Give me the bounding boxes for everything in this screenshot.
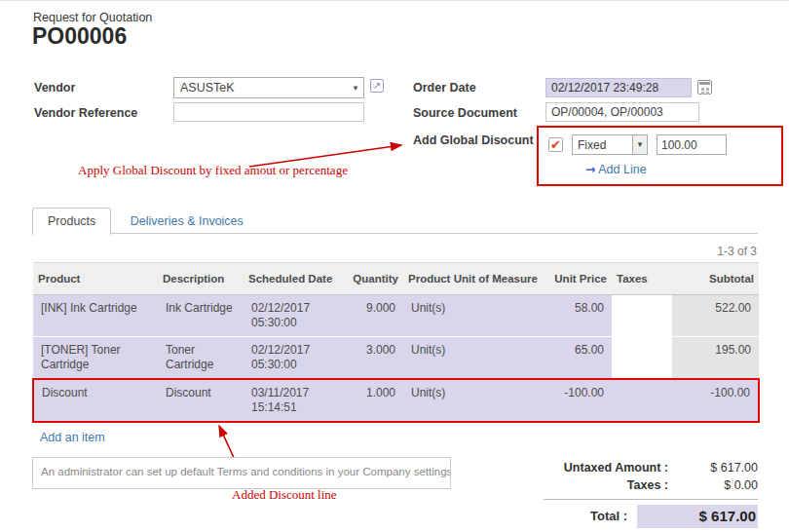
- table-row-discount[interactable]: Discount Discount 03/11/2017 15:14:51 1.…: [33, 379, 759, 422]
- external-link-icon[interactable]: ↗: [370, 79, 384, 93]
- col-header-scheduled-date[interactable]: Scheduled Date: [244, 263, 339, 295]
- cell-scheduled-date[interactable]: 03/11/2017 15:14:51: [244, 379, 339, 422]
- discount-amount-input[interactable]: [657, 134, 727, 155]
- cell-description[interactable]: Toner Cartridge: [158, 337, 244, 380]
- terms-notes-area[interactable]: An administrator can set up default Term…: [32, 457, 451, 489]
- add-line-link[interactable]: Add Line: [598, 163, 646, 176]
- vendor-select[interactable]: ASUSTeK ▾: [173, 77, 364, 98]
- order-date-input[interactable]: 02/12/2017 23:49:28: [545, 78, 692, 97]
- cell-product[interactable]: Discount: [33, 379, 158, 422]
- cell-uom[interactable]: Unit(s): [403, 379, 545, 422]
- cell-scheduled-date[interactable]: 02/12/2017 05:30:00: [244, 337, 339, 380]
- discount-type-value: Fixed: [573, 138, 632, 152]
- col-header-uom[interactable]: Product Unit of Measure: [403, 263, 545, 295]
- add-an-item-link[interactable]: Add an item: [40, 431, 105, 444]
- list-pager: 1-3 of 3: [717, 245, 757, 258]
- annotation-discount-line: Added Discount line: [232, 487, 337, 503]
- cell-description[interactable]: Discount: [158, 379, 244, 422]
- chevron-down-icon[interactable]: ▾: [632, 135, 647, 154]
- table-header-row: Product Description Scheduled Date Quant…: [33, 263, 759, 295]
- notebook-tabs: Products Deliveries & Invoices: [32, 207, 758, 234]
- cell-uom[interactable]: Unit(s): [403, 295, 545, 337]
- tab-products[interactable]: Products: [32, 208, 111, 236]
- cell-unit-price[interactable]: 65.00: [545, 337, 612, 380]
- total-label: Total :: [544, 508, 637, 525]
- table-row[interactable]: [TONER] Toner Cartridge Toner Cartridge …: [33, 337, 759, 380]
- global-discount-callout-box: ✔ Fixed ▾ → Add Line: [537, 126, 783, 186]
- cell-description[interactable]: Ink Cartridge: [158, 295, 244, 337]
- source-document-input[interactable]: [545, 102, 699, 122]
- cell-subtotal[interactable]: 522.00: [672, 295, 759, 337]
- cell-subtotal[interactable]: -100.00: [672, 379, 759, 422]
- cell-subtotal[interactable]: 195.00: [672, 337, 759, 380]
- total-value: $ 617.00: [637, 505, 758, 528]
- col-header-description[interactable]: Description: [158, 263, 244, 295]
- col-header-taxes[interactable]: Taxes: [612, 263, 672, 295]
- global-discount-label: Add Global Disocunt: [413, 133, 534, 147]
- cell-scheduled-date[interactable]: 02/12/2017 05:30:00: [244, 295, 339, 337]
- tab-deliveries-invoices[interactable]: Deliveries & Invoices: [116, 209, 258, 235]
- add-line-arrow-icon: →: [585, 162, 595, 176]
- amount-summary: Untaxed Amount : $ 617.00 Taxes : $ 0.00…: [544, 459, 758, 528]
- vendor-reference-input[interactable]: [173, 102, 364, 122]
- global-discount-checkbox[interactable]: ✔: [548, 137, 563, 152]
- source-document-label: Source Document: [413, 106, 517, 120]
- col-header-unit-price[interactable]: Unit Price: [545, 263, 612, 295]
- cell-uom[interactable]: Unit(s): [403, 337, 545, 380]
- cell-taxes[interactable]: [612, 379, 672, 422]
- cell-quantity[interactable]: 1.000: [339, 379, 403, 422]
- cell-unit-price[interactable]: -100.00: [545, 379, 612, 422]
- annotation-global-discount: Apply Global Discount by fixed amout or …: [78, 163, 348, 178]
- order-date-label: Order Date: [413, 81, 476, 95]
- chevron-down-icon[interactable]: ▾: [348, 83, 363, 93]
- cell-product[interactable]: [TONER] Toner Cartridge: [33, 337, 158, 380]
- calendar-icon[interactable]: [697, 80, 712, 95]
- page-title: PO00006: [32, 23, 127, 50]
- taxes-value: $ 0.00: [682, 476, 758, 494]
- cell-product[interactable]: [INK] Ink Cartridge: [33, 295, 158, 337]
- doc-type-label: Request for Quotation: [33, 11, 152, 24]
- untaxed-amount-value: $ 617.00: [682, 459, 758, 476]
- vendor-value: ASUSTeK: [174, 81, 348, 95]
- cell-unit-price[interactable]: 58.00: [545, 295, 612, 337]
- vendor-label: Vendor: [34, 81, 75, 95]
- col-header-quantity[interactable]: Quantity: [339, 263, 403, 295]
- discount-type-select[interactable]: Fixed ▾: [572, 134, 648, 155]
- rfq-form-page: Request for Quotation PO00006 Vendor ASU…: [0, 0, 789, 532]
- order-lines-table: Product Description Scheduled Date Quant…: [32, 262, 758, 452]
- vendor-reference-label: Vendor Reference: [34, 106, 137, 120]
- untaxed-amount-label: Untaxed Amount :: [544, 459, 682, 476]
- cell-quantity[interactable]: 9.000: [339, 295, 403, 337]
- taxes-label: Taxes :: [544, 476, 682, 494]
- cell-quantity[interactable]: 3.000: [339, 337, 403, 380]
- cell-taxes[interactable]: [612, 337, 672, 380]
- table-row[interactable]: [INK] Ink Cartridge Ink Cartridge 02/12/…: [33, 295, 759, 337]
- col-header-subtotal[interactable]: Subtotal: [672, 263, 759, 295]
- cell-taxes[interactable]: [612, 295, 672, 337]
- col-header-product[interactable]: Product: [33, 263, 158, 295]
